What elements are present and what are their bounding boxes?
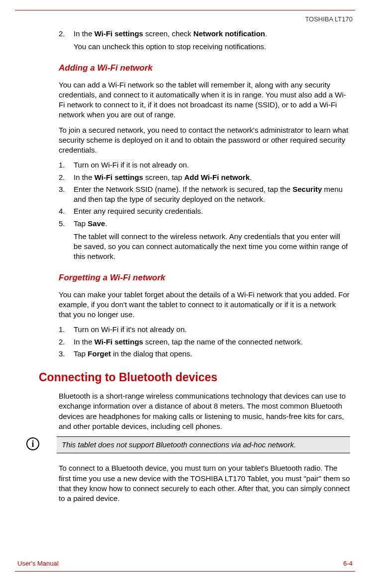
page-wrapper: TOSHIBA LT170 2. In the Wi-Fi settings s… bbox=[15, 10, 355, 572]
bold-text: Wi-Fi settings bbox=[94, 337, 143, 346]
list-item: 4. Enter any required security credentia… bbox=[59, 206, 350, 216]
list-item: 2. In the Wi-Fi settings screen, tap Add… bbox=[59, 172, 350, 182]
step-number: 3. bbox=[59, 349, 74, 359]
step-subtext: The tablet will connect to the wireless … bbox=[74, 232, 350, 262]
paragraph: To join a secured network, you need to c… bbox=[59, 125, 350, 156]
paragraph: You can make your tablet forget about th… bbox=[59, 290, 350, 320]
text-fragment: In the bbox=[74, 29, 94, 38]
list-item: 5. Tap Save. bbox=[59, 219, 350, 229]
bold-text: Forget bbox=[88, 349, 111, 358]
list-item: 1. Turn on Wi-Fi if it's not already on. bbox=[59, 325, 350, 335]
heading-bluetooth: Connecting to Bluetooth devices bbox=[39, 371, 350, 384]
list-item: 1. Turn on Wi-Fi if it is not already on… bbox=[59, 160, 350, 170]
bold-text: Save bbox=[88, 219, 105, 228]
footer: User's Manual 6-4 bbox=[15, 560, 355, 567]
bold-text: Wi-Fi settings bbox=[94, 173, 143, 181]
step-subtext: You can uncheck this option to stop rece… bbox=[74, 42, 350, 52]
text-fragment: . bbox=[105, 219, 107, 228]
text-fragment: . bbox=[265, 29, 267, 38]
footer-left: User's Manual bbox=[17, 560, 59, 567]
note-block: i This tablet does not support Bluetooth… bbox=[26, 436, 350, 453]
step-number: 1. bbox=[59, 325, 74, 335]
text-fragment: screen, check bbox=[143, 29, 193, 38]
list-item: 3. Enter the Network SSID (name). If the… bbox=[59, 184, 350, 205]
text-fragment: Tap bbox=[74, 219, 88, 228]
text-fragment: In the bbox=[74, 173, 94, 181]
step-text: In the Wi-Fi settings screen, tap the na… bbox=[74, 337, 350, 347]
text-fragment: Tap bbox=[74, 349, 88, 358]
paragraph: To connect to a Bluetooth device, you mu… bbox=[59, 463, 350, 504]
step-text: In the Wi-Fi settings screen, tap Add Wi… bbox=[74, 172, 350, 182]
text-fragment: In the bbox=[74, 337, 94, 346]
step-text: Tap Forget in the dialog that opens. bbox=[74, 349, 350, 359]
bold-text: Add Wi-Fi network bbox=[184, 173, 250, 181]
step-text: Enter the Network SSID (name). If the ne… bbox=[74, 184, 350, 205]
text-fragment: Enter the Network SSID (name). If the ne… bbox=[74, 185, 292, 193]
bold-text: Wi-Fi settings bbox=[94, 29, 143, 38]
note-text: This tablet does not support Bluetooth c… bbox=[57, 436, 350, 453]
step-number: 1. bbox=[59, 160, 74, 170]
bold-text: Network notification bbox=[193, 29, 265, 38]
heading-forgetting-wifi: Forgetting a Wi-Fi network bbox=[59, 273, 350, 283]
step-number: 2. bbox=[59, 29, 74, 39]
step-number: 2. bbox=[59, 337, 74, 347]
step-text: Turn on Wi-Fi if it's not already on. bbox=[74, 325, 350, 335]
step-text: In the Wi-Fi settings screen, check Netw… bbox=[74, 29, 350, 39]
list-item: 3. Tap Forget in the dialog that opens. bbox=[59, 349, 350, 359]
text-fragment: in the dialog that opens. bbox=[111, 349, 192, 358]
step-number: 3. bbox=[59, 184, 74, 205]
step-text: Tap Save. bbox=[74, 219, 350, 229]
text-fragment: screen, tap bbox=[143, 173, 185, 181]
heading-adding-wifi: Adding a Wi-Fi network bbox=[59, 63, 350, 73]
text-fragment: screen, tap the name of the connected ne… bbox=[143, 337, 303, 346]
header-product: TOSHIBA LT170 bbox=[15, 15, 355, 23]
step-number: 5. bbox=[59, 219, 74, 229]
paragraph: Bluetooth is a short-range wireless comm… bbox=[59, 391, 350, 431]
footer-right: 6-4 bbox=[343, 560, 353, 567]
bold-text: Security bbox=[292, 185, 322, 193]
step-text: Enter any required security credentials. bbox=[74, 206, 350, 216]
info-icon: i bbox=[26, 437, 39, 450]
step-text: Turn on Wi-Fi if it is not already on. bbox=[74, 160, 350, 170]
step-number: 2. bbox=[59, 172, 74, 182]
paragraph: You can add a Wi-Fi network so the table… bbox=[59, 80, 350, 120]
text-fragment: . bbox=[250, 173, 252, 181]
list-item: 2. In the Wi-Fi settings screen, tap the… bbox=[59, 337, 350, 347]
step-number: 4. bbox=[59, 206, 74, 216]
content-area: 2. In the Wi-Fi settings screen, check N… bbox=[15, 29, 355, 504]
list-item: 2. In the Wi-Fi settings screen, check N… bbox=[59, 29, 350, 39]
